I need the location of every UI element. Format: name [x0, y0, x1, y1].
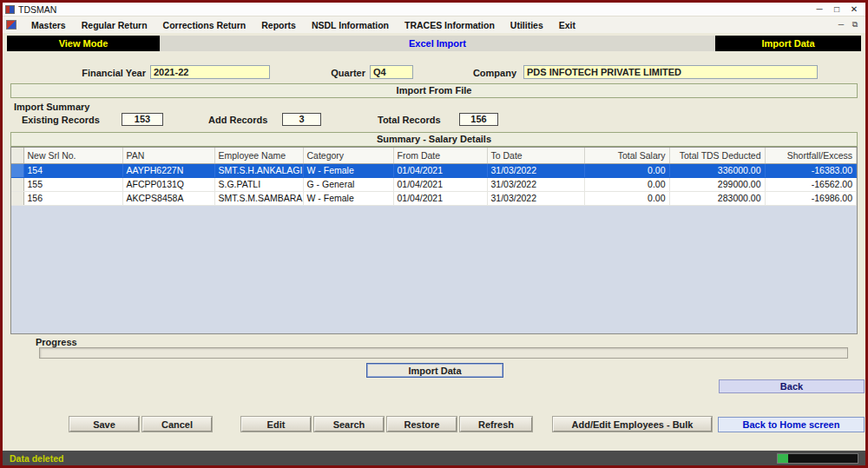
col-header-total-tds-deducted[interactable]: Total TDS Deducted [669, 148, 765, 163]
refresh-button[interactable]: Refresh [460, 417, 532, 432]
titlebar: TDSMAN ─ □ ✕ [3, 3, 865, 16]
table-cell: 336000.00 [669, 163, 765, 177]
add-records-value: 3 [282, 113, 321, 126]
grid-header-row: New Srl No. PAN Employee Name Category F… [11, 148, 857, 163]
table-row[interactable]: 156AKCPS8458ASMT.S.M.SAMBARA...W - Femal… [11, 191, 857, 205]
excel-import-title: Excel Import [160, 36, 715, 51]
existing-records-label: Existing Records [22, 114, 100, 126]
mdi-restore-icon[interactable]: ⧉ [848, 20, 862, 30]
window-title: TDSMAN [18, 4, 56, 15]
table-cell: -16383.00 [765, 163, 857, 177]
financial-year-field[interactable] [150, 65, 270, 79]
mode-bar: View Mode Excel Import Import Data [7, 36, 861, 51]
import-data-button[interactable]: Import Data [366, 363, 503, 378]
progress-label: Progress [36, 336, 77, 348]
table-cell: 31/03/2022 [487, 177, 584, 191]
import-data-badge: Import Data [715, 36, 861, 51]
app-icon [5, 5, 15, 14]
row-selector[interactable] [11, 191, 23, 205]
table-cell: 283000.00 [669, 191, 765, 205]
table-cell: -16562.00 [765, 177, 857, 191]
row-selector[interactable] [11, 177, 23, 191]
col-header-category[interactable]: Category [303, 148, 393, 163]
import-from-file-header: Import From File [10, 83, 858, 98]
minimize-icon[interactable]: ─ [811, 3, 828, 16]
table-cell: 31/03/2022 [487, 163, 584, 177]
menu-masters[interactable]: Masters [23, 18, 74, 32]
table-cell: 01/04/2021 [393, 177, 487, 191]
financial-year-label: Financial Year [55, 67, 146, 79]
back-to-home-button[interactable]: Back to Home screen [718, 417, 865, 432]
menubar: Masters Regular Return Corrections Retur… [3, 16, 865, 33]
table-cell: AKCPS8458A [122, 191, 214, 205]
save-button[interactable]: Save [69, 417, 139, 432]
col-header-shortfall-excess[interactable]: Shortfall/Excess [765, 148, 857, 163]
table-cell: -16986.00 [765, 191, 857, 205]
col-header-new-srl-no[interactable]: New Srl No. [23, 148, 122, 163]
salary-details-grid[interactable]: New Srl No. PAN Employee Name Category F… [10, 147, 858, 334]
col-header-from-date[interactable]: From Date [393, 148, 487, 163]
table-cell: G - General [303, 177, 393, 191]
table-cell: 01/04/2021 [393, 191, 487, 205]
table-cell: 31/03/2022 [487, 191, 584, 205]
edit-button[interactable]: Edit [241, 417, 311, 432]
mdi-minimize-icon[interactable]: ─ [834, 20, 848, 30]
table-cell: 155 [23, 177, 122, 191]
selector-header-cell [11, 148, 23, 163]
mdi-child-icon [6, 20, 16, 30]
table-row[interactable]: 155AFCPP0131QS.G.PATLIG - General01/04/2… [11, 177, 857, 191]
menu-reports[interactable]: Reports [253, 18, 304, 32]
import-summary-heading: Import Summary [14, 101, 89, 113]
search-button[interactable]: Search [314, 417, 384, 432]
table-row[interactable]: 154AAYPH6227NSMT.S.H.ANKALAGIW - Female0… [11, 163, 857, 177]
table-cell: 154 [23, 163, 122, 177]
table-cell: AFCPP0131Q [122, 177, 214, 191]
menu-corrections-return[interactable]: Corrections Return [155, 18, 254, 32]
table-cell: 299000.00 [669, 177, 765, 191]
menu-exit[interactable]: Exit [551, 18, 583, 32]
menu-nsdl-information[interactable]: NSDL Information [304, 18, 397, 32]
table-cell: SMT.S.H.ANKALAGI [214, 163, 303, 177]
quarter-label: Quarter [315, 67, 365, 79]
cancel-button[interactable]: Cancel [142, 417, 212, 432]
col-header-total-salary[interactable]: Total Salary [584, 148, 669, 163]
close-icon[interactable]: ✕ [845, 3, 863, 16]
total-records-value: 156 [459, 113, 498, 126]
col-header-to-date[interactable]: To Date [487, 148, 584, 163]
restore-button[interactable]: Restore [387, 417, 457, 432]
add-records-label: Add Records [208, 114, 267, 126]
table-cell: SMT.S.M.SAMBARA... [214, 191, 303, 205]
table-cell: 156 [23, 191, 122, 205]
app-window: TDSMAN ─ □ ✕ Masters Regular Return Corr… [0, 0, 868, 468]
table-cell: AAYPH6227N [122, 163, 214, 177]
table-cell: S.G.PATLI [214, 177, 303, 191]
view-mode-badge: View Mode [7, 36, 160, 51]
table-cell: 01/04/2021 [393, 163, 487, 177]
table-cell: 0.00 [584, 191, 669, 205]
company-label: Company [454, 67, 516, 79]
menu-utilities[interactable]: Utilities [503, 18, 551, 32]
add-edit-employees-bulk-button[interactable]: Add/Edit Employees - Bulk [553, 417, 712, 432]
col-header-pan[interactable]: PAN [122, 148, 214, 163]
table-cell: 0.00 [584, 163, 669, 177]
table-cell: W - Female [303, 163, 393, 177]
row-selector[interactable] [11, 163, 23, 177]
back-button[interactable]: Back [719, 379, 865, 393]
status-bar: Data deleted [3, 451, 865, 465]
maximize-icon[interactable]: □ [828, 3, 845, 16]
company-field[interactable] [523, 65, 818, 79]
menu-traces-information[interactable]: TRACES Information [397, 18, 503, 32]
salary-details-header: Summary - Salary Details [10, 132, 858, 147]
status-message: Data deleted [10, 453, 63, 464]
status-progress-widget [777, 453, 858, 464]
progress-bar [39, 347, 848, 359]
table-cell: W - Female [303, 191, 393, 205]
existing-records-value: 153 [122, 113, 163, 126]
total-records-label: Total Records [378, 114, 441, 126]
quarter-field[interactable] [370, 65, 413, 79]
col-header-employee-name[interactable]: Employee Name [214, 148, 303, 163]
grid-body: 154AAYPH6227NSMT.S.H.ANKALAGIW - Female0… [11, 163, 857, 205]
table-cell: 0.00 [584, 177, 669, 191]
status-green-indicator [778, 454, 788, 463]
menu-regular-return[interactable]: Regular Return [74, 18, 155, 32]
